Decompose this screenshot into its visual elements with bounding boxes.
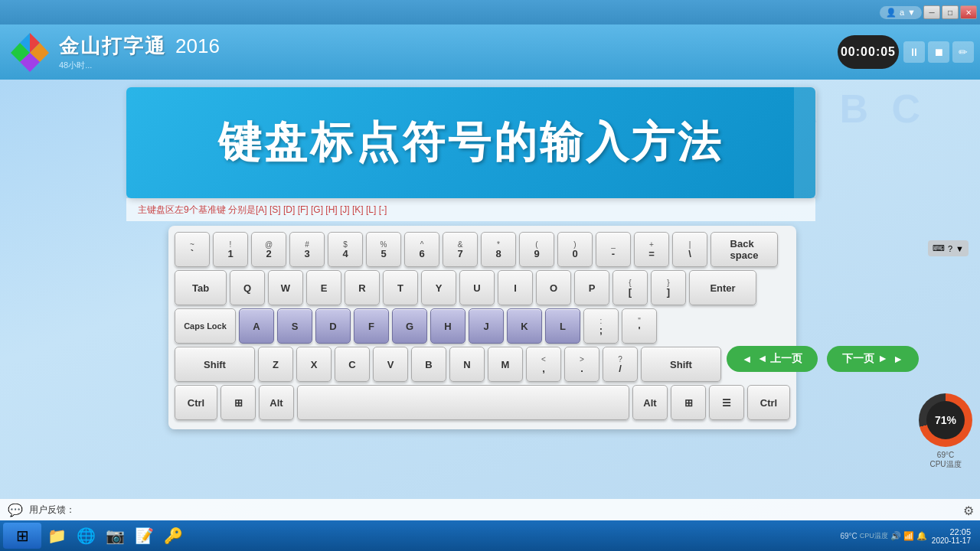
key-u[interactable]: U <box>459 270 495 305</box>
key-i[interactable]: I <box>498 270 533 305</box>
key-row-1: ~` !1 @2 #3 $4 %5 ^6 &7 *8 (9 )0 _- += |… <box>175 232 790 267</box>
keyboard-container: ~` !1 @2 #3 $4 %5 ^6 &7 *8 (9 )0 _- += |… <box>168 226 796 429</box>
key-backslash[interactable]: |\ <box>672 232 707 267</box>
left-alt-key[interactable]: Alt <box>259 385 294 420</box>
title-bar: 👤 a ▼ ─ □ ✕ <box>0 0 980 24</box>
logo-svg <box>9 31 51 73</box>
right-ctrl-key[interactable]: Ctrl <box>747 385 790 420</box>
key-semicolon[interactable]: :; <box>583 308 619 344</box>
feedback-bar: 💬 用户反馈： <box>0 499 980 520</box>
key-row-2: Tab Q W E R T Y U I O P {[ }] Enter <box>175 270 790 305</box>
key-t[interactable]: T <box>383 270 418 305</box>
app-title-area: 金山打字通 2016 48小时... <box>59 33 220 71</box>
timer-controls: ⏸ ⏹ ✏ <box>903 41 974 63</box>
key-r[interactable]: R <box>345 270 380 305</box>
cpu-temp-value: 69°C <box>919 451 972 459</box>
key-w[interactable]: W <box>268 270 303 305</box>
key-6[interactable]: ^6 <box>404 232 439 267</box>
pause-button[interactable]: ⏸ <box>903 41 925 63</box>
taskbar-icon-camera[interactable]: 📷 <box>101 523 129 549</box>
minimize-button[interactable]: ─ <box>923 5 940 19</box>
key-8[interactable]: *8 <box>481 232 516 267</box>
feedback-label: 用户反馈： <box>29 504 75 517</box>
key-q[interactable]: Q <box>230 270 265 305</box>
key-2[interactable]: @2 <box>251 232 286 267</box>
key-g[interactable]: G <box>392 308 427 344</box>
start-button[interactable]: ⊞ <box>3 523 41 549</box>
taskbar-icon-word[interactable]: 📝 <box>130 523 158 549</box>
menu-key[interactable]: ☰ <box>709 385 744 420</box>
tray-icon-3: 🔔 <box>916 531 927 541</box>
key-3[interactable]: #3 <box>289 232 325 267</box>
key-rbracket[interactable]: }] <box>651 270 686 305</box>
key-9[interactable]: (9 <box>519 232 554 267</box>
key-o[interactable]: O <box>536 270 571 305</box>
key-z[interactable]: Z <box>258 347 293 382</box>
key-period[interactable]: >. <box>564 347 599 382</box>
next-arrow-icon: ► <box>893 353 903 365</box>
key-lbracket[interactable]: {[ <box>612 270 648 305</box>
taskbar-icon-app[interactable]: 🔑 <box>159 523 187 549</box>
key-n[interactable]: N <box>449 347 485 382</box>
left-shift-key[interactable]: Shift <box>175 347 255 382</box>
tray-icon-2: 📶 <box>903 531 914 541</box>
key-minus[interactable]: _- <box>596 232 631 267</box>
backspace-key[interactable]: Backspace <box>710 232 778 267</box>
key-4[interactable]: $4 <box>328 232 363 267</box>
key-1[interactable]: !1 <box>213 232 248 267</box>
enter-key[interactable]: Enter <box>689 270 756 305</box>
key-x[interactable]: X <box>296 347 332 382</box>
key-row-3: Caps Lock A S D F G H J K L :; "' <box>175 308 790 344</box>
key-b[interactable]: B <box>411 347 446 382</box>
edit-button[interactable]: ✏ <box>952 41 974 63</box>
key-j[interactable]: J <box>469 308 504 344</box>
right-alt-key[interactable]: Alt <box>632 385 668 420</box>
key-m[interactable]: M <box>488 347 523 382</box>
key-quote[interactable]: "' <box>622 308 657 344</box>
key-tilde[interactable]: ~` <box>175 232 210 267</box>
settings-icon[interactable]: ⚙ <box>963 504 974 518</box>
key-v[interactable]: V <box>373 347 408 382</box>
title-bar-controls: 👤 a ▼ ─ □ ✕ <box>880 5 977 19</box>
taskbar: ⊞ 📁 🌐 📷 📝 🔑 69°C CPU温度 🔊 📶 🔔 22:05 2020-… <box>0 520 980 551</box>
key-k[interactable]: K <box>507 308 542 344</box>
key-f[interactable]: F <box>354 308 389 344</box>
right-shift-key[interactable]: Shift <box>641 347 721 382</box>
key-p[interactable]: P <box>574 270 609 305</box>
key-equals[interactable]: += <box>634 232 669 267</box>
taskbar-icon-ie[interactable]: 🌐 <box>72 523 100 549</box>
tray-temp-label: CPU温度 <box>860 531 888 541</box>
key-l[interactable]: L <box>545 308 580 344</box>
right-win-key[interactable]: ⊞ <box>671 385 706 420</box>
space-key[interactable] <box>297 385 629 420</box>
sidebar-tool[interactable]: ⌨ ? ▼ <box>928 240 969 256</box>
key-h[interactable]: H <box>430 308 466 344</box>
next-button[interactable]: 下一页 ► ► <box>827 346 919 372</box>
key-s[interactable]: S <box>277 308 312 344</box>
restore-button[interactable]: □ <box>942 5 959 19</box>
key-slash[interactable]: ?/ <box>603 347 638 382</box>
start-icon: ⊞ <box>16 527 29 545</box>
banner-text: 键盘标点符号的输入方法 <box>218 114 724 172</box>
prev-button[interactable]: ◄ ◄ 上一页 <box>727 346 818 372</box>
key-row-4: Shift Z X C V B N M <, >. ?/ Shift <box>175 347 790 382</box>
left-win-key[interactable]: ⊞ <box>220 385 256 420</box>
key-a[interactable]: A <box>239 308 274 344</box>
stop-button[interactable]: ⏹ <box>928 41 949 63</box>
key-comma[interactable]: <, <box>526 347 561 382</box>
key-d[interactable]: D <box>315 308 351 344</box>
capslock-key[interactable]: Caps Lock <box>175 308 236 344</box>
left-ctrl-key[interactable]: Ctrl <box>175 385 217 420</box>
close-button[interactable]: ✕ <box>960 5 977 19</box>
key-c[interactable]: C <box>335 347 370 382</box>
sidebar-tool-dropdown-icon: ▼ <box>956 244 964 253</box>
key-5[interactable]: %5 <box>366 232 401 267</box>
key-0[interactable]: )0 <box>557 232 593 267</box>
taskbar-icon-explorer[interactable]: 📁 <box>43 523 70 549</box>
tab-key[interactable]: Tab <box>175 270 227 305</box>
cpu-percent: 71% <box>935 414 956 426</box>
key-y[interactable]: Y <box>421 270 456 305</box>
timer-display: 00:00:05 <box>838 35 899 69</box>
key-e[interactable]: E <box>306 270 341 305</box>
key-7[interactable]: &7 <box>443 232 478 267</box>
